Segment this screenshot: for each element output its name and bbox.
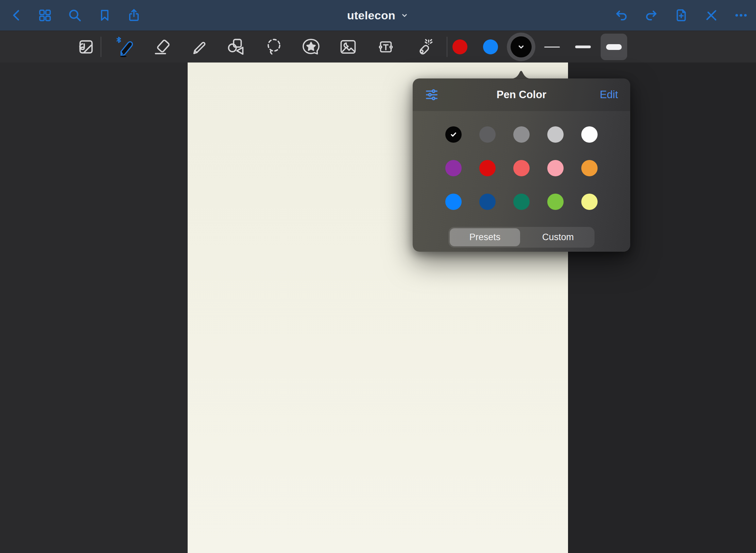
- swatch-green[interactable]: [547, 194, 564, 210]
- add-page-button[interactable]: [672, 0, 691, 31]
- popover-title: Pen Color: [413, 78, 630, 111]
- undo-button[interactable]: [612, 0, 631, 31]
- swatch-yellow[interactable]: [581, 194, 598, 210]
- tab-presets[interactable]: Presets: [450, 228, 520, 246]
- pen-color-red[interactable]: [452, 39, 467, 54]
- tool-pen[interactable]: [110, 33, 137, 60]
- crossed-pen-icon: [704, 8, 719, 23]
- ellipsis-icon: [734, 8, 749, 23]
- redo-button[interactable]: [642, 0, 661, 31]
- laser-pointer-icon: [414, 37, 434, 57]
- thin-stroke-bar: [544, 47, 560, 48]
- shapes-icon: [226, 37, 246, 57]
- swatch-white[interactable]: [581, 126, 598, 143]
- pen-icon: [113, 36, 134, 57]
- add-page-icon: [674, 8, 689, 23]
- thickness-medium-button[interactable]: [570, 34, 596, 60]
- edit-colors-button[interactable]: Edit: [600, 78, 618, 111]
- workspace-background-left: [0, 63, 188, 553]
- top-navigation-bar: utelecon: [0, 0, 756, 31]
- presets-custom-segmented-control: Presets Custom: [448, 227, 595, 248]
- document-title-label: utelecon: [347, 9, 395, 22]
- page-aside-icon: [76, 37, 95, 56]
- medium-stroke-bar: [575, 46, 591, 48]
- thickness-thick-button[interactable]: [601, 34, 627, 60]
- pen-color-blue[interactable]: [483, 39, 498, 54]
- tool-page-aside[interactable]: [72, 33, 99, 60]
- swatch-pink[interactable]: [547, 160, 564, 176]
- swatch-coral[interactable]: [513, 160, 530, 176]
- stickers-icon: [301, 37, 321, 57]
- chevron-down-icon: [516, 42, 526, 52]
- popover-arrow: [510, 69, 532, 79]
- tools-toolbar: [0, 31, 756, 63]
- text-icon: [376, 37, 396, 57]
- swatch-orange[interactable]: [581, 160, 598, 176]
- chevron-down-icon: [400, 11, 409, 20]
- swatch-gray[interactable]: [513, 126, 530, 143]
- redo-icon: [644, 8, 659, 23]
- tab-custom[interactable]: Custom: [523, 228, 593, 246]
- eraser-icon: [152, 37, 171, 56]
- stop-editing-button[interactable]: [702, 0, 721, 31]
- thick-stroke-bar: [606, 44, 622, 50]
- thickness-thin-button[interactable]: [539, 34, 565, 60]
- pen-color-black-selected[interactable]: [507, 33, 535, 61]
- lasso-icon: [264, 37, 284, 57]
- checkmark-icon: [449, 130, 458, 139]
- image-icon: [338, 37, 358, 57]
- highlighter-icon: [190, 37, 209, 56]
- undo-icon: [614, 8, 629, 23]
- swatch-teal[interactable]: [513, 194, 530, 210]
- tool-eraser[interactable]: [148, 33, 175, 60]
- tool-image[interactable]: [334, 33, 362, 60]
- tool-text[interactable]: [372, 33, 399, 60]
- more-options-button[interactable]: [732, 0, 751, 31]
- swatch-purple[interactable]: [445, 160, 462, 176]
- tool-stickers[interactable]: [297, 33, 325, 60]
- swatch-light-gray[interactable]: [547, 126, 564, 143]
- pen-color-popover: Pen Color Edit Presets Custom: [413, 78, 630, 252]
- swatch-black[interactable]: [445, 126, 462, 143]
- swatch-blue[interactable]: [445, 194, 462, 210]
- toolbar-divider: [101, 37, 101, 57]
- swatch-red[interactable]: [479, 160, 496, 176]
- tool-laser-pointer[interactable]: [410, 33, 437, 60]
- pen-color-black-circle: [511, 36, 532, 57]
- toolbar-divider: [447, 37, 447, 57]
- tool-lasso[interactable]: [260, 33, 288, 60]
- tool-shapes[interactable]: [223, 33, 250, 60]
- swatch-navy[interactable]: [479, 194, 496, 210]
- tool-highlighter[interactable]: [186, 33, 213, 60]
- swatch-dark-gray[interactable]: [479, 126, 496, 143]
